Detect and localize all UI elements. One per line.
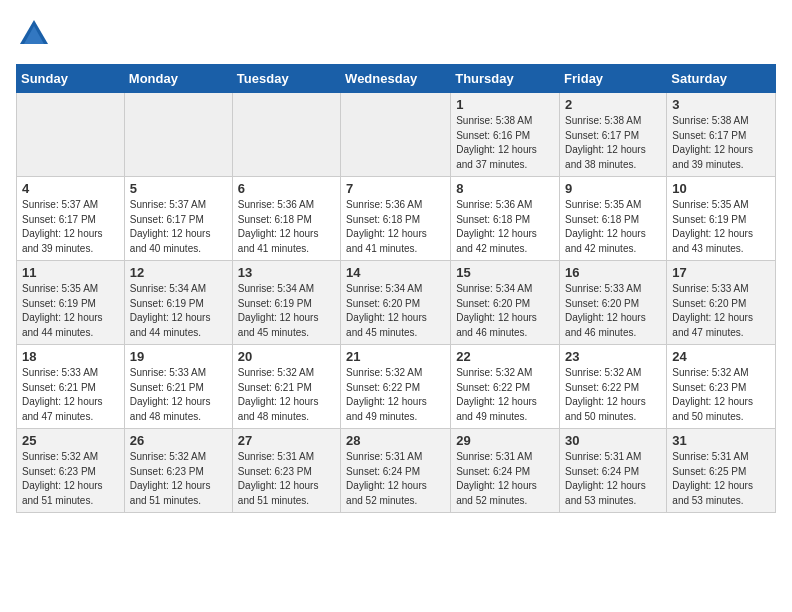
day-number: 16: [565, 265, 661, 280]
page-header: [16, 16, 776, 52]
day-number: 10: [672, 181, 770, 196]
day-number: 11: [22, 265, 119, 280]
day-number: 12: [130, 265, 227, 280]
calendar-cell: 31Sunrise: 5:31 AM Sunset: 6:25 PM Dayli…: [667, 429, 776, 513]
calendar-cell: [232, 93, 340, 177]
day-number: 13: [238, 265, 335, 280]
day-info: Sunrise: 5:32 AM Sunset: 6:22 PM Dayligh…: [346, 366, 445, 424]
calendar-cell: 14Sunrise: 5:34 AM Sunset: 6:20 PM Dayli…: [341, 261, 451, 345]
day-info: Sunrise: 5:34 AM Sunset: 6:19 PM Dayligh…: [238, 282, 335, 340]
day-number: 1: [456, 97, 554, 112]
calendar-header-saturday: Saturday: [667, 65, 776, 93]
day-info: Sunrise: 5:32 AM Sunset: 6:22 PM Dayligh…: [565, 366, 661, 424]
day-info: Sunrise: 5:33 AM Sunset: 6:20 PM Dayligh…: [672, 282, 770, 340]
day-number: 22: [456, 349, 554, 364]
day-number: 25: [22, 433, 119, 448]
calendar-cell: 27Sunrise: 5:31 AM Sunset: 6:23 PM Dayli…: [232, 429, 340, 513]
calendar-cell: 24Sunrise: 5:32 AM Sunset: 6:23 PM Dayli…: [667, 345, 776, 429]
calendar-cell: 8Sunrise: 5:36 AM Sunset: 6:18 PM Daylig…: [451, 177, 560, 261]
calendar-cell: 1Sunrise: 5:38 AM Sunset: 6:16 PM Daylig…: [451, 93, 560, 177]
day-info: Sunrise: 5:37 AM Sunset: 6:17 PM Dayligh…: [130, 198, 227, 256]
day-number: 31: [672, 433, 770, 448]
day-info: Sunrise: 5:31 AM Sunset: 6:24 PM Dayligh…: [456, 450, 554, 508]
calendar-cell: 18Sunrise: 5:33 AM Sunset: 6:21 PM Dayli…: [17, 345, 125, 429]
day-number: 23: [565, 349, 661, 364]
day-info: Sunrise: 5:35 AM Sunset: 6:19 PM Dayligh…: [22, 282, 119, 340]
calendar-cell: [17, 93, 125, 177]
calendar-cell: 4Sunrise: 5:37 AM Sunset: 6:17 PM Daylig…: [17, 177, 125, 261]
calendar-cell: 10Sunrise: 5:35 AM Sunset: 6:19 PM Dayli…: [667, 177, 776, 261]
calendar-header-tuesday: Tuesday: [232, 65, 340, 93]
day-number: 15: [456, 265, 554, 280]
day-info: Sunrise: 5:32 AM Sunset: 6:21 PM Dayligh…: [238, 366, 335, 424]
calendar-cell: 11Sunrise: 5:35 AM Sunset: 6:19 PM Dayli…: [17, 261, 125, 345]
day-number: 28: [346, 433, 445, 448]
day-number: 17: [672, 265, 770, 280]
day-number: 29: [456, 433, 554, 448]
day-info: Sunrise: 5:31 AM Sunset: 6:25 PM Dayligh…: [672, 450, 770, 508]
calendar-week-row: 4Sunrise: 5:37 AM Sunset: 6:17 PM Daylig…: [17, 177, 776, 261]
calendar-cell: 2Sunrise: 5:38 AM Sunset: 6:17 PM Daylig…: [560, 93, 667, 177]
day-info: Sunrise: 5:35 AM Sunset: 6:18 PM Dayligh…: [565, 198, 661, 256]
calendar-cell: 17Sunrise: 5:33 AM Sunset: 6:20 PM Dayli…: [667, 261, 776, 345]
day-number: 2: [565, 97, 661, 112]
day-number: 19: [130, 349, 227, 364]
calendar-header-sunday: Sunday: [17, 65, 125, 93]
day-number: 6: [238, 181, 335, 196]
day-number: 7: [346, 181, 445, 196]
day-info: Sunrise: 5:32 AM Sunset: 6:23 PM Dayligh…: [130, 450, 227, 508]
day-number: 24: [672, 349, 770, 364]
calendar-cell: 7Sunrise: 5:36 AM Sunset: 6:18 PM Daylig…: [341, 177, 451, 261]
calendar-cell: [341, 93, 451, 177]
day-number: 20: [238, 349, 335, 364]
day-info: Sunrise: 5:33 AM Sunset: 6:20 PM Dayligh…: [565, 282, 661, 340]
day-info: Sunrise: 5:34 AM Sunset: 6:20 PM Dayligh…: [456, 282, 554, 340]
calendar-cell: 29Sunrise: 5:31 AM Sunset: 6:24 PM Dayli…: [451, 429, 560, 513]
calendar-week-row: 11Sunrise: 5:35 AM Sunset: 6:19 PM Dayli…: [17, 261, 776, 345]
day-number: 4: [22, 181, 119, 196]
calendar-cell: 9Sunrise: 5:35 AM Sunset: 6:18 PM Daylig…: [560, 177, 667, 261]
calendar-header-row: SundayMondayTuesdayWednesdayThursdayFrid…: [17, 65, 776, 93]
calendar: SundayMondayTuesdayWednesdayThursdayFrid…: [16, 64, 776, 513]
day-number: 26: [130, 433, 227, 448]
calendar-cell: 12Sunrise: 5:34 AM Sunset: 6:19 PM Dayli…: [124, 261, 232, 345]
day-number: 8: [456, 181, 554, 196]
day-info: Sunrise: 5:32 AM Sunset: 6:22 PM Dayligh…: [456, 366, 554, 424]
calendar-cell: 25Sunrise: 5:32 AM Sunset: 6:23 PM Dayli…: [17, 429, 125, 513]
day-info: Sunrise: 5:34 AM Sunset: 6:19 PM Dayligh…: [130, 282, 227, 340]
day-info: Sunrise: 5:38 AM Sunset: 6:17 PM Dayligh…: [672, 114, 770, 172]
day-info: Sunrise: 5:35 AM Sunset: 6:19 PM Dayligh…: [672, 198, 770, 256]
day-number: 5: [130, 181, 227, 196]
calendar-cell: 13Sunrise: 5:34 AM Sunset: 6:19 PM Dayli…: [232, 261, 340, 345]
calendar-week-row: 18Sunrise: 5:33 AM Sunset: 6:21 PM Dayli…: [17, 345, 776, 429]
calendar-cell: 30Sunrise: 5:31 AM Sunset: 6:24 PM Dayli…: [560, 429, 667, 513]
day-number: 9: [565, 181, 661, 196]
calendar-header-wednesday: Wednesday: [341, 65, 451, 93]
calendar-cell: 28Sunrise: 5:31 AM Sunset: 6:24 PM Dayli…: [341, 429, 451, 513]
day-number: 14: [346, 265, 445, 280]
calendar-cell: 15Sunrise: 5:34 AM Sunset: 6:20 PM Dayli…: [451, 261, 560, 345]
calendar-cell: 19Sunrise: 5:33 AM Sunset: 6:21 PM Dayli…: [124, 345, 232, 429]
day-info: Sunrise: 5:32 AM Sunset: 6:23 PM Dayligh…: [22, 450, 119, 508]
day-info: Sunrise: 5:36 AM Sunset: 6:18 PM Dayligh…: [346, 198, 445, 256]
calendar-cell: 26Sunrise: 5:32 AM Sunset: 6:23 PM Dayli…: [124, 429, 232, 513]
day-info: Sunrise: 5:36 AM Sunset: 6:18 PM Dayligh…: [238, 198, 335, 256]
day-info: Sunrise: 5:36 AM Sunset: 6:18 PM Dayligh…: [456, 198, 554, 256]
calendar-header-friday: Friday: [560, 65, 667, 93]
calendar-cell: [124, 93, 232, 177]
calendar-week-row: 1Sunrise: 5:38 AM Sunset: 6:16 PM Daylig…: [17, 93, 776, 177]
calendar-cell: 3Sunrise: 5:38 AM Sunset: 6:17 PM Daylig…: [667, 93, 776, 177]
day-info: Sunrise: 5:31 AM Sunset: 6:23 PM Dayligh…: [238, 450, 335, 508]
logo-icon: [16, 16, 52, 52]
calendar-header-monday: Monday: [124, 65, 232, 93]
day-number: 18: [22, 349, 119, 364]
day-info: Sunrise: 5:38 AM Sunset: 6:17 PM Dayligh…: [565, 114, 661, 172]
calendar-week-row: 25Sunrise: 5:32 AM Sunset: 6:23 PM Dayli…: [17, 429, 776, 513]
day-info: Sunrise: 5:34 AM Sunset: 6:20 PM Dayligh…: [346, 282, 445, 340]
day-info: Sunrise: 5:38 AM Sunset: 6:16 PM Dayligh…: [456, 114, 554, 172]
calendar-cell: 22Sunrise: 5:32 AM Sunset: 6:22 PM Dayli…: [451, 345, 560, 429]
day-number: 27: [238, 433, 335, 448]
day-info: Sunrise: 5:33 AM Sunset: 6:21 PM Dayligh…: [130, 366, 227, 424]
calendar-cell: 23Sunrise: 5:32 AM Sunset: 6:22 PM Dayli…: [560, 345, 667, 429]
calendar-cell: 21Sunrise: 5:32 AM Sunset: 6:22 PM Dayli…: [341, 345, 451, 429]
